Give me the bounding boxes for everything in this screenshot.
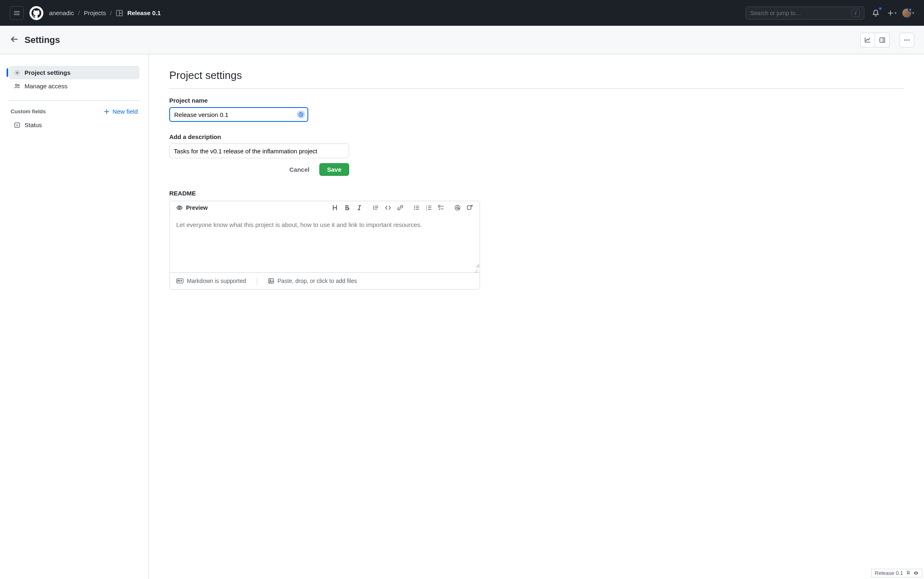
markdown-supported-label: Markdown is supported	[187, 278, 246, 284]
resize-handle[interactable]	[170, 269, 480, 272]
sidebar-divider	[9, 100, 139, 101]
settings-header: Settings	[0, 26, 924, 54]
project-name-input[interactable]	[169, 107, 308, 122]
svg-point-41	[477, 272, 478, 273]
breadcrumb-projects[interactable]: Projects	[84, 9, 106, 16]
sidebar-item-label: Status	[25, 121, 42, 128]
svg-rect-27	[428, 206, 431, 206]
svg-point-7	[908, 39, 910, 40]
svg-point-44	[270, 280, 271, 281]
link-button[interactable]	[397, 204, 404, 211]
back-button[interactable]	[10, 35, 19, 45]
italic-icon	[356, 204, 363, 211]
svg-point-33	[455, 205, 460, 210]
plus-icon	[887, 10, 894, 16]
code-button[interactable]	[385, 204, 391, 211]
page-title: Settings	[25, 35, 60, 45]
single-select-icon	[14, 122, 20, 128]
svg-rect-28	[428, 207, 431, 208]
graph-icon	[864, 37, 871, 43]
sidebar-item-manage-access[interactable]: Manage access	[9, 79, 139, 93]
panel-icon	[879, 37, 886, 43]
upload-hint[interactable]: Paste, drop, or click to add files	[268, 278, 357, 284]
panel-toggle-button[interactable]	[875, 33, 890, 47]
svg-point-18	[414, 206, 415, 206]
breadcrumb-current: Release 0.1	[127, 9, 161, 16]
notification-badge	[878, 7, 882, 11]
italic-button[interactable]	[356, 204, 363, 211]
hamburger-menu[interactable]	[10, 6, 24, 20]
bold-button[interactable]	[344, 204, 350, 211]
readme-editor: Preview 123	[169, 201, 480, 290]
number-list-button[interactable]: 123	[426, 204, 432, 211]
mention-button[interactable]	[454, 204, 461, 211]
reference-icon	[466, 204, 473, 211]
status-pill[interactable]: Release 0.1	[871, 569, 922, 577]
svg-rect-11	[15, 123, 20, 127]
menu-icon	[13, 10, 20, 16]
search-input[interactable]	[750, 10, 848, 16]
quote-button[interactable]	[372, 204, 379, 211]
notifications-button[interactable]	[870, 7, 881, 19]
pin-icon	[906, 570, 911, 576]
readme-textarea[interactable]	[170, 215, 480, 268]
project-name-label: Project name	[169, 97, 904, 104]
svg-point-40	[475, 272, 476, 273]
global-search[interactable]: /	[746, 7, 864, 20]
people-icon	[14, 83, 20, 90]
cross-reference-button[interactable]	[466, 204, 473, 211]
description-label: Add a description	[169, 133, 904, 140]
preview-tab[interactable]: Preview	[176, 204, 208, 211]
github-mark-icon	[31, 8, 41, 18]
new-field-button[interactable]: New field	[103, 108, 138, 115]
mention-icon	[454, 204, 461, 211]
global-header: anenadic / Projects / Release 0.1 / ▾ ▾	[0, 0, 924, 26]
bullet-list-button[interactable]	[413, 204, 420, 211]
bell-icon	[872, 9, 879, 17]
cancel-button[interactable]: Cancel	[285, 163, 314, 176]
ordered-list-icon: 123	[426, 204, 432, 211]
preview-tab-label: Preview	[186, 204, 208, 211]
svg-rect-29	[428, 209, 431, 210]
svg-rect-3	[880, 38, 885, 42]
breadcrumb: anenadic / Projects / Release 0.1	[49, 9, 161, 17]
arrow-left-icon	[10, 35, 19, 44]
search-shortcut-key: /	[852, 9, 860, 17]
more-options-button[interactable]	[899, 33, 914, 47]
description-input[interactable]	[169, 144, 349, 158]
image-icon	[268, 278, 274, 284]
insights-button[interactable]	[860, 33, 875, 47]
markdown-supported-link[interactable]: Markdown is supported	[176, 278, 246, 284]
custom-fields-heading: Custom fields	[11, 108, 46, 114]
task-list-button[interactable]	[438, 204, 444, 211]
breadcrumb-sep: /	[110, 9, 112, 16]
svg-point-39	[474, 272, 475, 273]
gear-icon	[14, 70, 20, 76]
svg-point-9	[16, 84, 18, 86]
svg-rect-21	[416, 206, 419, 206]
caret-down-icon: ▾	[895, 11, 897, 15]
editor-toolbar: Preview 123	[170, 201, 480, 215]
tasklist-icon	[438, 204, 444, 211]
resize-grip-icon	[474, 269, 478, 273]
history-icon[interactable]	[297, 110, 305, 119]
svg-rect-30	[439, 206, 440, 207]
heading-button[interactable]	[332, 204, 338, 211]
editor-footer: Markdown is supported Paste, drop, or cl…	[170, 272, 480, 289]
create-new-menu[interactable]: ▾	[887, 10, 897, 16]
breadcrumb-owner[interactable]: anenadic	[49, 9, 74, 16]
user-menu[interactable]: ▾	[902, 9, 914, 18]
heading-icon	[332, 204, 338, 211]
caret-down-icon: ▾	[912, 11, 914, 15]
upload-hint-label: Paste, drop, or click to add files	[278, 278, 357, 284]
github-logo[interactable]	[29, 6, 43, 20]
status-pill-label: Release 0.1	[875, 570, 903, 576]
settings-sidebar: Project settings Manage access Custom fi…	[0, 54, 149, 579]
svg-point-10	[18, 84, 19, 85]
svg-point-6	[906, 39, 908, 40]
sidebar-item-status-field[interactable]: Status	[9, 118, 139, 132]
sidebar-item-project-settings[interactable]: Project settings	[9, 66, 139, 79]
save-button[interactable]: Save	[319, 163, 349, 176]
eye-icon	[913, 570, 919, 576]
eye-icon	[176, 204, 183, 211]
